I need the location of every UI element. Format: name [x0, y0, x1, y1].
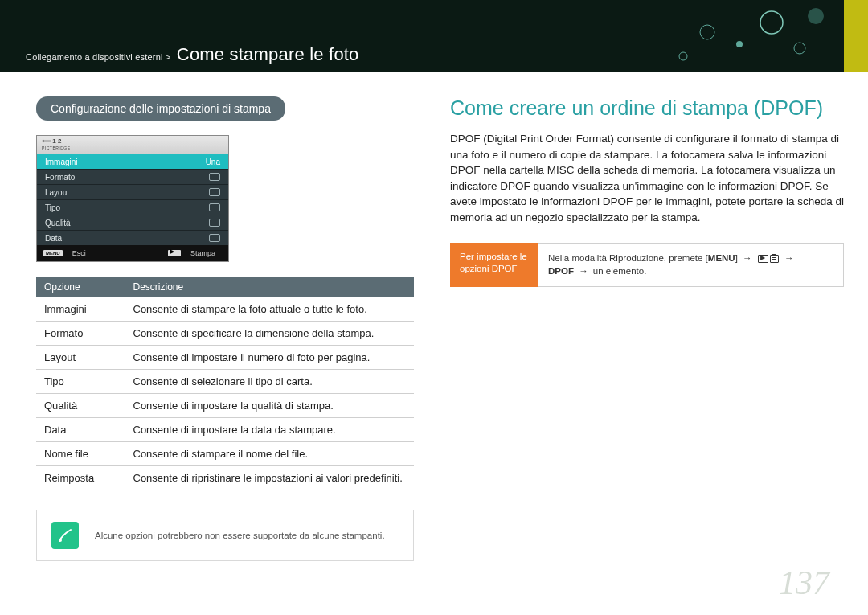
right-body: DPOF (Digital Print Order Format) consen… — [450, 131, 844, 225]
opt-name: Tipo — [36, 370, 125, 394]
instr-menu-key: MENU — [708, 253, 735, 263]
table-row: QualitàConsente di impostare la qualità … — [36, 394, 414, 418]
lcd-row-value: Una — [206, 158, 220, 166]
opt-desc: Consente di specificare la dimensione de… — [125, 322, 414, 346]
lcd-row-label: Qualità — [45, 219, 71, 228]
note-text: Alcune opzioni potrebbero non essere sup… — [95, 531, 385, 540]
lcd-row: Layout — [37, 184, 228, 199]
opt-name: Nome file — [36, 442, 125, 466]
lcd-row-label: Layout — [45, 188, 69, 197]
right-heading: Come creare un ordine di stampa (DPOF) — [450, 96, 844, 120]
table-row: ReimpostaConsente di ripristinare le imp… — [36, 466, 414, 490]
svg-point-1 — [700, 25, 714, 39]
instr-mid: ] — [735, 253, 740, 263]
instr-suffix: un elemento. — [591, 266, 647, 276]
opt-name: Immagini — [36, 297, 125, 322]
instruction-text: Nella modalità Riproduzione, premete [ME… — [538, 243, 844, 286]
opt-desc: Consente di selezionare il tipo di carta… — [125, 370, 414, 394]
table-row: ImmaginiConsente di stampare la foto att… — [36, 297, 414, 322]
instr-dpof: DPOF — [548, 266, 574, 276]
opt-desc: Consente di impostare la qualità di stam… — [125, 394, 414, 418]
col-description: Descrizione — [125, 277, 414, 297]
svg-point-3 — [760, 11, 783, 34]
svg-point-0 — [679, 52, 687, 60]
lcd-header: ⟵ 1 2 PICTBRIDGE — [37, 136, 228, 154]
arrow-icon: → — [579, 266, 588, 276]
pictbridge-icon: ⟵ 1 2 — [42, 137, 61, 145]
header-band: Collegamento a dispositivi esterni > Com… — [0, 0, 868, 72]
arrow-icon: → — [784, 253, 794, 263]
play-mode-icon — [758, 255, 768, 263]
menu-key-icon: MENU — [43, 250, 63, 256]
lcd-row: Data — [37, 230, 228, 245]
opt-name: Layout — [36, 346, 125, 370]
opt-desc: Consente di stampare il nome del file. — [125, 442, 414, 466]
opt-desc: Consente di ripristinare le impostazioni… — [125, 466, 414, 490]
svg-point-2 — [736, 41, 743, 47]
instruction-title: Per impostare le opzioni DPOF — [450, 243, 538, 286]
setting-icon — [209, 219, 220, 227]
table-row: TipoConsente di selezionare il tipo di c… — [36, 370, 414, 394]
lcd-row: ImmaginiUna — [37, 154, 228, 169]
instruction-callout: Per impostare le opzioni DPOF Nella moda… — [450, 243, 844, 286]
lcd-row: Qualità — [37, 215, 228, 230]
opt-name: Reimposta — [36, 466, 125, 490]
decorative-bubbles — [659, 0, 836, 72]
setting-icon — [209, 173, 220, 181]
arrow-icon: → — [743, 253, 752, 263]
instr-prefix: Nella modalità Riproduzione, premete [ — [548, 253, 708, 263]
page-title: Come stampare le foto — [177, 44, 359, 64]
col-option: Opzione — [36, 277, 125, 297]
svg-point-6 — [59, 539, 62, 542]
camera-lcd-preview: ⟵ 1 2 PICTBRIDGE ImmaginiUnaFormatoLayou… — [36, 135, 229, 262]
setting-icon — [209, 234, 220, 242]
list-icon — [770, 255, 779, 263]
lcd-row: Formato — [37, 169, 228, 184]
lcd-print-label: Stampa — [184, 249, 222, 257]
options-table: Opzione Descrizione ImmaginiConsente di … — [36, 277, 414, 490]
table-row: DataConsente di impostare la data da sta… — [36, 418, 414, 442]
table-row: Nome fileConsente di stampare il nome de… — [36, 442, 414, 466]
lcd-row-label: Immagini — [45, 158, 78, 166]
lcd-footer: MENUEsci Stampa — [37, 245, 228, 261]
opt-desc: Consente di impostare il numero di foto … — [125, 346, 414, 370]
svg-point-4 — [794, 43, 805, 54]
pictbridge-label: PICTBRIDGE — [42, 146, 71, 150]
breadcrumb-path: Collegamento a dispositivi esterni > — [26, 52, 171, 62]
lcd-row: Tipo — [37, 199, 228, 215]
lcd-exit-label: Esci — [66, 249, 92, 257]
opt-name: Formato — [36, 322, 125, 346]
breadcrumb: Collegamento a dispositivi esterni > Com… — [26, 44, 359, 65]
opt-name: Data — [36, 418, 125, 442]
note-icon — [51, 522, 79, 549]
opt-name: Qualità — [36, 394, 125, 418]
note-box: Alcune opzioni potrebbero non essere sup… — [36, 510, 414, 561]
section-heading-pill: Configurazione delle impostazioni di sta… — [36, 96, 285, 121]
setting-icon — [209, 203, 220, 211]
setting-icon — [209, 188, 220, 196]
opt-desc: Consente di impostare la data da stampar… — [125, 418, 414, 442]
table-row: LayoutConsente di impostare il numero di… — [36, 346, 414, 370]
lcd-row-label: Tipo — [45, 203, 60, 212]
svg-point-5 — [808, 8, 824, 24]
opt-desc: Consente di stampare la foto attuale o t… — [125, 297, 414, 322]
play-key-icon — [168, 250, 181, 256]
page-number: 137 — [779, 564, 829, 602]
table-row: FormatoConsente di specificare la dimens… — [36, 322, 414, 346]
lcd-row-label: Data — [45, 234, 62, 243]
lcd-row-label: Formato — [45, 173, 75, 182]
